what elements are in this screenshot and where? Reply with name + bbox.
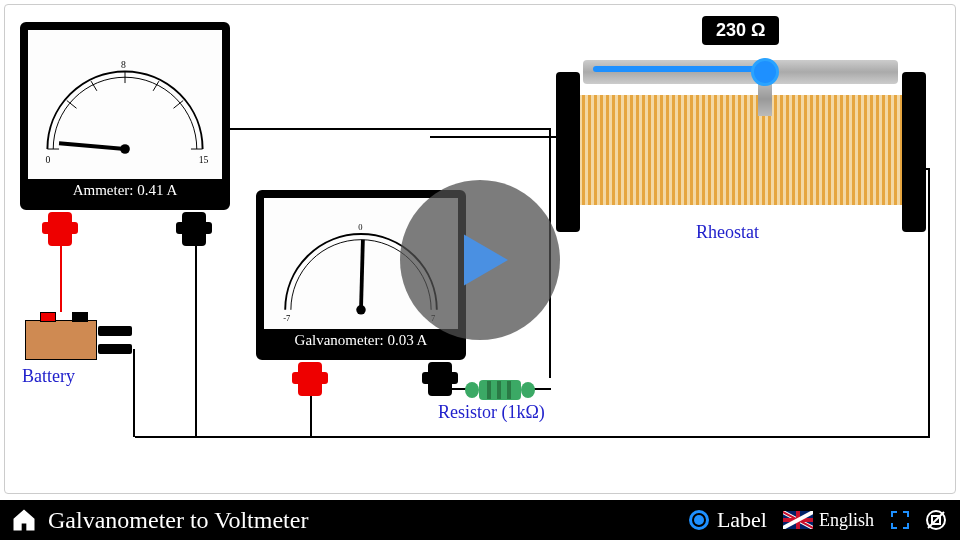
galvanometer-caption: Galvanometer: 0.03 A: [264, 329, 458, 352]
language-label: English: [819, 510, 874, 531]
label-toggle[interactable]: Label: [689, 507, 767, 533]
battery-plug[interactable]: [98, 326, 132, 336]
ammeter: 015 8 Ammeter: 0.41 A: [20, 22, 230, 210]
svg-text:0: 0: [358, 222, 362, 232]
svg-text:-7: -7: [283, 313, 291, 321]
svg-line-15: [361, 240, 363, 310]
wire: [133, 349, 135, 437]
svg-line-6: [153, 81, 159, 91]
label-toggle-text: Label: [717, 507, 767, 533]
rheostat-value: 230 Ω: [702, 16, 779, 45]
ammeter-terminal-positive[interactable]: [48, 212, 72, 246]
resistor-label: Resistor (1kΩ): [438, 402, 545, 423]
page-title: Galvanometer to Voltmeter: [48, 507, 308, 534]
wire: [135, 436, 540, 438]
ammeter-caption: Ammeter: 0.41 A: [28, 179, 222, 202]
rheostat-slider[interactable]: [751, 58, 779, 86]
wire: [225, 128, 550, 130]
svg-text:0: 0: [45, 154, 50, 165]
uk-flag-icon: [783, 511, 813, 529]
rheostat-end-left: [556, 72, 580, 232]
fullscreen-icon[interactable]: [888, 508, 912, 532]
no-rotate-icon[interactable]: [924, 508, 948, 532]
wire: [538, 436, 930, 438]
wire: [928, 168, 930, 436]
rheostat-coil: [570, 95, 910, 205]
rheostat-wiper-stem: [758, 82, 772, 116]
svg-text:15: 15: [199, 154, 209, 165]
radio-on-icon: [689, 510, 709, 530]
svg-line-10: [59, 143, 125, 149]
svg-line-5: [91, 81, 97, 91]
battery-terminal-negative[interactable]: [72, 312, 88, 322]
battery-terminal-positive[interactable]: [40, 312, 56, 322]
svg-point-11: [120, 144, 130, 154]
galvanometer-terminal-positive[interactable]: [298, 362, 322, 396]
galvanometer-terminal-negative[interactable]: [428, 362, 452, 396]
language-selector[interactable]: English: [783, 510, 874, 531]
svg-marker-17: [464, 234, 508, 285]
simulation-stage: 015 8 Ammeter: 0.41 A -77 0 Galvanometer…: [0, 0, 960, 500]
footer-bar: Galvanometer to Voltmeter Label English: [0, 500, 960, 540]
svg-line-19: [928, 512, 944, 528]
resistor: [465, 380, 535, 400]
svg-point-16: [356, 305, 365, 314]
battery-plug[interactable]: [98, 344, 132, 354]
battery-label: Battery: [22, 366, 75, 387]
wire: [195, 230, 197, 436]
ammeter-terminal-negative[interactable]: [182, 212, 206, 246]
ammeter-dial: 015 8: [28, 30, 222, 171]
rheostat-track: [593, 66, 765, 72]
rheostat-label: Rheostat: [696, 222, 759, 243]
home-icon[interactable]: [10, 506, 38, 534]
play-button[interactable]: [400, 180, 560, 340]
rheostat-end-right: [902, 72, 926, 232]
rheostat-rail: [583, 60, 898, 84]
play-icon: [440, 220, 520, 300]
battery: [25, 320, 97, 360]
wire: [430, 136, 560, 138]
svg-text:8: 8: [121, 59, 126, 70]
wire: [534, 388, 551, 390]
